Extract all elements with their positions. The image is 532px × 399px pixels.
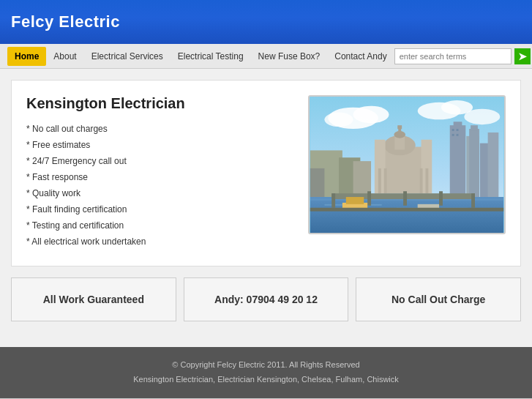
svg-rect-13 (471, 125, 478, 131)
svg-point-3 (324, 113, 353, 127)
page-title: Kensington Electrician (26, 95, 293, 112)
svg-rect-26 (378, 168, 381, 193)
list-item: * Quality work (26, 187, 293, 200)
footer: © Copyright Felcy Electric 2011. All Rig… (0, 347, 532, 398)
svg-rect-15 (457, 129, 459, 131)
search-area: ➤ (394, 48, 531, 64)
svg-point-6 (464, 109, 500, 125)
navbar: Home About Electrical Services Electrica… (0, 44, 532, 69)
footer-tagline: Kensington Electrician, Electrician Kens… (11, 373, 521, 387)
left-content: Kensington Electrician * No call out cha… (26, 95, 293, 251)
banners: All Work Guaranteed Andy: 07904 49 20 12… (11, 277, 521, 321)
city-photo (308, 95, 506, 234)
svg-rect-11 (488, 133, 499, 197)
right-image (308, 95, 506, 251)
svg-rect-45 (346, 197, 364, 204)
nav-about[interactable]: About (46, 47, 83, 66)
svg-rect-14 (452, 129, 454, 131)
svg-rect-29 (425, 168, 428, 193)
svg-rect-41 (403, 191, 407, 206)
banner-phone: Andy: 07904 49 20 12 (184, 277, 349, 321)
svg-rect-16 (452, 134, 454, 136)
search-input[interactable] (394, 48, 512, 64)
svg-rect-40 (367, 191, 371, 206)
svg-rect-42 (439, 191, 443, 206)
nav-home[interactable]: Home (7, 47, 46, 66)
svg-rect-27 (384, 168, 387, 193)
list-item: * Fast response (26, 171, 293, 184)
svg-rect-43 (471, 193, 475, 208)
svg-rect-39 (331, 193, 335, 208)
nav-electrical-testing[interactable]: Electrical Testing (171, 47, 251, 66)
list-item: * No call out charges (26, 122, 293, 135)
list-item: * All electrical work undertaken (26, 235, 293, 248)
svg-point-2 (353, 106, 389, 123)
list-item: * Testing and certification (26, 219, 293, 232)
svg-rect-33 (310, 168, 325, 197)
footer-copyright: © Copyright Felcy Electric 2011. All Rig… (11, 358, 521, 373)
banner-no-callout: No Call Out Charge (356, 277, 521, 321)
banner-guarantee: All Work Guaranteed (11, 277, 176, 321)
content-box: Kensington Electrician * No call out cha… (11, 80, 521, 266)
nav-electrical-services[interactable]: Electrical Services (84, 47, 171, 66)
nav-contact-andy[interactable]: Contact Andy (327, 47, 394, 66)
svg-rect-17 (457, 134, 459, 136)
list-item: * Free estimates (26, 138, 293, 152)
svg-rect-12 (469, 129, 479, 197)
svg-rect-28 (420, 168, 423, 193)
svg-rect-23 (397, 125, 402, 129)
svg-rect-8 (454, 122, 462, 129)
main-content: Kensington Electrician * No call out cha… (0, 69, 532, 347)
feature-list: * No call out charges* Free estimates* 2… (26, 122, 293, 248)
list-item: * 24/7 Emergency call out (26, 154, 293, 168)
svg-rect-47 (310, 208, 503, 212)
nav-new-fuse-box[interactable]: New Fuse Box? (251, 47, 328, 66)
search-button[interactable]: ➤ (514, 48, 531, 64)
site-title: Felcy Electric (11, 12, 120, 31)
header: Felcy Electric (0, 0, 532, 44)
list-item: * Fault finding certification (26, 203, 293, 216)
